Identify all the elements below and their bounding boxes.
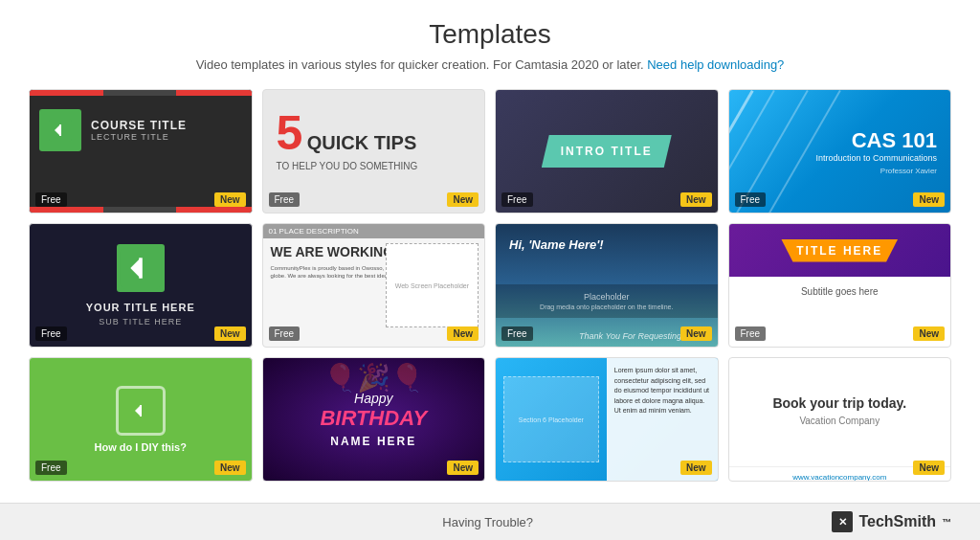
vacation-title: Book your trip today.: [772, 394, 906, 412]
badge-new: New: [214, 326, 246, 341]
tips-heading: 5 QUICK TIPS: [277, 109, 472, 157]
card-inner: YOUR TITLE HERE SUB TITLE HERE Free New: [30, 224, 252, 347]
techsmith-name: TechSmith: [858, 513, 936, 530]
trademark: ™: [942, 517, 951, 528]
badge-free: Free: [735, 192, 767, 207]
card-hi-name[interactable]: Hi, 'Name Here'! Placeholder Drag media …: [495, 223, 719, 348]
badge-new: New: [214, 461, 246, 475]
badge-new: New: [447, 461, 479, 475]
card-subtitle: LECTURE TITLE: [91, 132, 187, 142]
card-working-with[interactable]: 01 PLACE DESCRIPTION WE ARE WORKING WITH…: [262, 223, 486, 348]
title-badge: TITLE HERE: [781, 239, 898, 262]
card-title: COURSE TITLE: [91, 119, 187, 132]
camtasia-logo: [117, 244, 165, 292]
placeholder-label: Section 6 Placeholder: [519, 416, 584, 423]
media-placeholder: Section 6 Placeholder: [503, 376, 599, 462]
subtitle-text: Video templates in various styles for qu…: [196, 57, 644, 72]
help-link[interactable]: Need help downloading?: [647, 57, 784, 72]
card-inner: 01 PLACE DESCRIPTION WE ARE WORKING WITH…: [263, 224, 485, 347]
badge-free: Free: [501, 192, 533, 207]
vacation-company: Vacation Company: [799, 416, 880, 426]
greeting-text: Hi, 'Name Here'!: [509, 237, 604, 252]
main-content: Templates Video templates in various sty…: [0, 0, 980, 503]
footer: Having Trouble? ✕ TechSmith ™: [0, 503, 980, 540]
svg-rect-3: [139, 258, 143, 278]
lorem-text: Lorem ipsum dolor sit amet, consectetur …: [614, 367, 709, 414]
card-inner: Book your trip today. Vacation Company w…: [729, 358, 951, 481]
card-quick-tips[interactable]: 5 QUICK TIPS TO HELP YOU DO SOMETHING Fr…: [262, 89, 486, 214]
bottom-bar: [30, 207, 252, 213]
badge-new: New: [214, 192, 246, 207]
card-inner: 🎈🎉🎈 Happy BIRTHDAY NAME HERE New: [263, 358, 485, 481]
card-cas101[interactable]: CAS 101 Introduction to Communications P…: [728, 89, 952, 214]
card-inner: CAS 101 Introduction to Communications P…: [729, 90, 951, 213]
title-text: COURSE TITLE LECTURE TITLE: [91, 119, 187, 142]
card-course-title[interactable]: COURSE TITLE LECTURE TITLE Free New: [29, 89, 253, 214]
card-how-diy[interactable]: How do I DIY this? Free New: [29, 357, 253, 482]
card-birthday[interactable]: 🎈🎉🎈 Happy BIRTHDAY NAME HERE New: [262, 357, 486, 482]
badge-free: Free: [35, 192, 67, 207]
left-side: Section 6 Placeholder: [496, 358, 607, 481]
svg-rect-1: [59, 124, 61, 136]
svg-rect-4: [140, 405, 142, 416]
badge-new: New: [447, 192, 479, 207]
card-inner: Hi, 'Name Here'! Placeholder Drag media …: [496, 224, 718, 347]
camtasia-icon: [117, 244, 165, 292]
badge-free: Free: [735, 326, 767, 341]
card-inner: Section 6 Placeholder Lorem ipsum dolor …: [496, 358, 718, 481]
card-title: YOUR TITLE HERE: [86, 302, 195, 313]
template-grid: COURSE TITLE LECTURE TITLE Free New 5 QU…: [29, 89, 951, 482]
card-subtitle: SUB TITLE HERE: [99, 317, 182, 326]
card-inner: 5 QUICK TIPS TO HELP YOU DO SOMETHING Fr…: [263, 90, 485, 213]
purple-header: TITLE HERE: [729, 224, 951, 277]
camtasia-icon: [127, 397, 154, 424]
page-title: Templates: [29, 19, 951, 50]
card-your-title[interactable]: YOUR TITLE HERE SUB TITLE HERE Free New: [29, 223, 253, 348]
badge-free: Free: [501, 326, 533, 341]
birthday-text: BIRTHDAY: [320, 406, 427, 431]
card-inner: How do I DIY this? Free New: [30, 358, 252, 481]
card-inner: INTRO TITLE Free New: [496, 90, 718, 213]
card-intro-title[interactable]: INTRO TITLE Free New: [495, 89, 719, 214]
card-content: 5 QUICK TIPS TO HELP YOU DO SOMETHING: [263, 90, 485, 191]
cas-title: CAS 101: [815, 128, 937, 153]
card-label: 01 PLACE DESCRIPTION: [263, 224, 485, 238]
tips-number: 5: [277, 106, 303, 160]
placeholder-sub: Drag media onto placeholder on the timel…: [509, 304, 704, 310]
how-text: How do I DIY this?: [95, 441, 187, 453]
card-content: COURSE TITLE LECTURE TITLE: [30, 96, 252, 165]
placeholder-label: Placeholder: [509, 292, 704, 302]
techsmith-logo: ✕ TechSmith ™: [832, 511, 951, 532]
footer-trouble[interactable]: Having Trouble?: [442, 515, 533, 529]
birthday-name: NAME HERE: [330, 435, 416, 448]
badge-free: Free: [35, 326, 67, 341]
card-inner: TITLE HERE Subtitle goes here Free New: [729, 224, 951, 347]
card-content: Book your trip today. Vacation Company: [729, 358, 951, 462]
tips-subtext: TO HELP YOU DO SOMETHING: [277, 161, 472, 171]
badge-new: New: [680, 461, 712, 475]
card-inner: COURSE TITLE LECTURE TITLE Free New: [30, 90, 252, 213]
badge-new: New: [447, 326, 479, 341]
intro-ribbon: INTRO TITLE: [542, 135, 672, 168]
subtitle: Video templates in various styles for qu…: [29, 57, 951, 72]
placeholder-bar: Placeholder Drag media onto placeholder …: [496, 284, 718, 318]
card-vacation[interactable]: Book your trip today. Vacation Company w…: [728, 357, 952, 482]
camtasia-icon: [47, 117, 74, 144]
screen-placeholder: Web Screen Placeholder: [386, 243, 479, 327]
badge-new: New: [680, 192, 712, 207]
card-title-here[interactable]: TITLE HERE Subtitle goes here Free New: [728, 223, 952, 348]
camtasia-logo: [39, 109, 81, 151]
badge-free: Free: [269, 192, 301, 207]
card-section[interactable]: Section 6 Placeholder Lorem ipsum dolor …: [495, 357, 719, 482]
badge-new: New: [680, 326, 712, 341]
balloon-decoration: 🎈🎉🎈: [267, 362, 481, 394]
badge-new: New: [913, 192, 945, 207]
badge-new: New: [913, 326, 945, 341]
logo-outline: [116, 386, 166, 436]
cas-desc: Introduction to Communications: [815, 153, 937, 163]
card-subtitle: Subtitle goes here: [729, 277, 951, 297]
badge-new: New: [913, 461, 945, 475]
cas-prof: Professor Xavier: [815, 167, 937, 175]
thank-you-text: Thank You For Requesting...: [579, 331, 688, 341]
badge-free: Free: [35, 461, 67, 475]
